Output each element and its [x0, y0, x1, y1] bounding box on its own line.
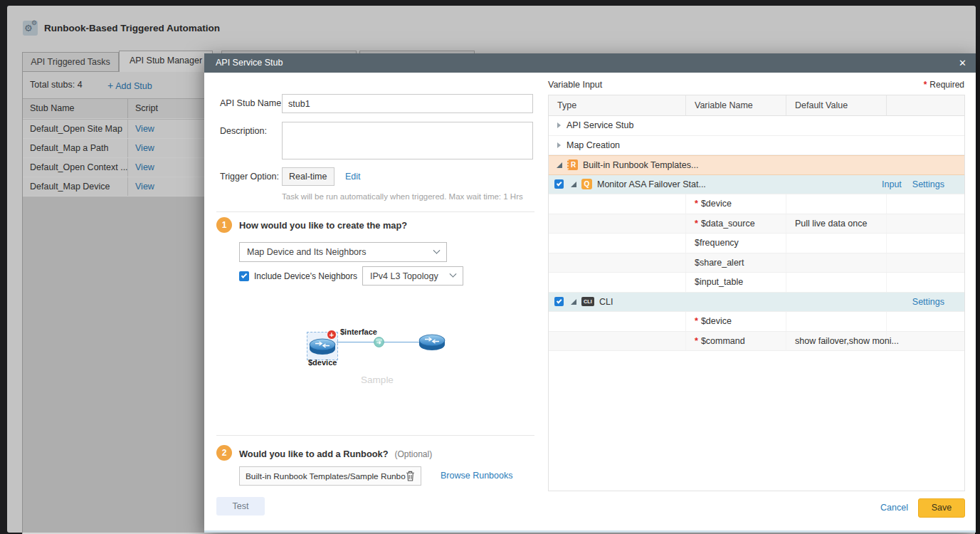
router-icon [418, 331, 446, 352]
variable-row-grid: *$device [549, 312, 964, 331]
variable-row[interactable]: $frequency [549, 234, 964, 253]
variable-table-body: API Service StubMap CreationRBuilt-in Ru… [549, 116, 964, 351]
actions-cell [887, 312, 965, 331]
node-row-content: CLICLI [549, 293, 964, 312]
row-checkbox[interactable] [554, 297, 564, 306]
default-value-cell [786, 312, 887, 331]
settings-link[interactable]: Settings [912, 179, 944, 189]
step-1-question: How would you like to create the map? [239, 220, 407, 231]
variable-row[interactable]: $share_alert [549, 253, 964, 273]
type-cell [549, 253, 686, 273]
group-row-content: API Service Stub [549, 116, 964, 135]
type-cell [549, 273, 686, 292]
row-actions: InputSettings [882, 175, 944, 194]
runbook-label: Built-in Runbook Templates... [583, 160, 698, 170]
variable-row-grid: $frequency [549, 234, 964, 253]
step-2-question: Would you like to add a Runbook?(Optiona… [239, 449, 432, 459]
variable-name-cell: *$device [686, 194, 786, 214]
node-label: Monitor ASA Failover Stat... [597, 179, 706, 189]
collapse-icon[interactable] [557, 142, 561, 148]
variable-name-cell: $frequency [686, 234, 786, 253]
interface-label: $interface [340, 328, 377, 336]
actions-cell [887, 332, 965, 351]
default-value-cell: show failover,show moni... [786, 332, 887, 351]
variable-name-cell: *$device [686, 312, 786, 331]
collapse-icon[interactable] [557, 122, 561, 128]
node-label: CLI [599, 297, 613, 307]
variable-name: $command [701, 336, 745, 346]
runbook-row-content: RBuilt-in Runbook Templates... [549, 156, 964, 174]
browse-runbooks-link[interactable]: Browse Runbooks [441, 471, 512, 481]
group-label: Map Creation [567, 140, 620, 150]
column-header-actions [887, 95, 965, 115]
include-neighbors-checkbox[interactable] [239, 271, 249, 281]
variable-name: $device [701, 199, 732, 209]
description-input[interactable] [282, 122, 533, 159]
chevron-down-icon [450, 271, 457, 278]
variable-row-grid: *$commandshow failover,show moni... [549, 332, 964, 351]
plus-badge-icon: + [327, 330, 337, 340]
variable-row[interactable]: API Service Stub [549, 116, 964, 136]
step-2-badge: 2 [216, 445, 232, 461]
variable-name-cell: $input_table [686, 273, 786, 292]
variable-row[interactable]: *$device [549, 312, 964, 332]
type-cell [549, 332, 686, 351]
variable-input-title: Variable Input [548, 80, 602, 90]
test-button[interactable]: Test [216, 497, 265, 515]
variable-name: $device [701, 316, 732, 326]
check-icon [241, 272, 247, 278]
variable-table-header: Type Variable Name Default Value [549, 95, 964, 116]
required-asterisk: * [695, 316, 698, 326]
actions-cell [887, 253, 965, 273]
type-cell [549, 234, 686, 253]
variable-row[interactable]: RBuilt-in Runbook Templates... [549, 155, 964, 175]
column-header-default-value: Default Value [786, 95, 887, 115]
selected-runbook-field: Built-in Runbook Templates/Sample Runbo.… [239, 466, 421, 486]
description-label: Description: [220, 126, 267, 136]
variable-name: $frequency [695, 238, 739, 248]
map-type-value: Map Device and Its Neighbors [247, 247, 366, 257]
variable-row[interactable]: $input_table [549, 273, 964, 293]
save-button[interactable]: Save [918, 498, 965, 518]
variable-row[interactable]: CLICLISettings [549, 293, 964, 313]
edit-trigger-link[interactable]: Edit [345, 172, 361, 182]
cancel-button[interactable]: Cancel [880, 503, 908, 513]
variable-row-grid: $input_table [549, 273, 964, 292]
check-icon [557, 181, 562, 186]
include-neighbors-row: Include Device's Neighbors IPv4 L3 Topol… [239, 266, 463, 286]
include-neighbors-label: Include Device's Neighbors [254, 271, 357, 281]
divider [216, 211, 534, 212]
default-value-cell [786, 253, 887, 273]
variable-input-table: Type Variable Name Default Value API Ser… [548, 95, 965, 491]
variable-row[interactable]: *$commandshow failover,show moni... [549, 332, 964, 352]
default-value-cell [786, 273, 887, 292]
type-cell [549, 312, 686, 331]
map-type-select[interactable]: Map Device and Its Neighbors [239, 242, 447, 262]
expand-icon[interactable] [571, 182, 576, 187]
default-value-cell [786, 234, 887, 253]
variable-name: $share_alert [695, 258, 744, 268]
api-stub-name-input[interactable] [282, 94, 533, 113]
input-link[interactable]: Input [882, 179, 902, 189]
settings-link[interactable]: Settings [912, 297, 944, 307]
topology-select[interactable]: IPv4 L3 Topology [362, 266, 463, 286]
actions-cell [887, 273, 965, 292]
variable-name: $data_source [701, 219, 755, 229]
expand-icon[interactable] [571, 299, 576, 305]
variable-row[interactable]: QMonitor ASA Failover Stat...InputSettin… [549, 175, 964, 195]
column-header-type: Type [549, 95, 686, 115]
selected-runbook-value: Built-in Runbook Templates/Sample Runbo.… [246, 471, 406, 481]
row-checkbox[interactable] [554, 179, 564, 189]
trigger-option-value: Real-time [282, 167, 334, 186]
required-asterisk: * [695, 199, 698, 209]
variable-row[interactable]: Map Creation [549, 136, 964, 156]
trash-icon[interactable] [406, 471, 415, 481]
variable-row[interactable]: *$device [549, 194, 964, 214]
group-label: API Service Stub [567, 120, 634, 130]
variable-row[interactable]: *$data_sourcePull live data once [549, 214, 964, 234]
variable-name-cell: *$data_source [686, 214, 786, 234]
required-asterisk: * [695, 336, 698, 346]
dialog-title: API Service Stub [216, 58, 283, 68]
expand-icon[interactable] [557, 162, 562, 168]
close-icon[interactable]: ✕ [959, 53, 966, 73]
